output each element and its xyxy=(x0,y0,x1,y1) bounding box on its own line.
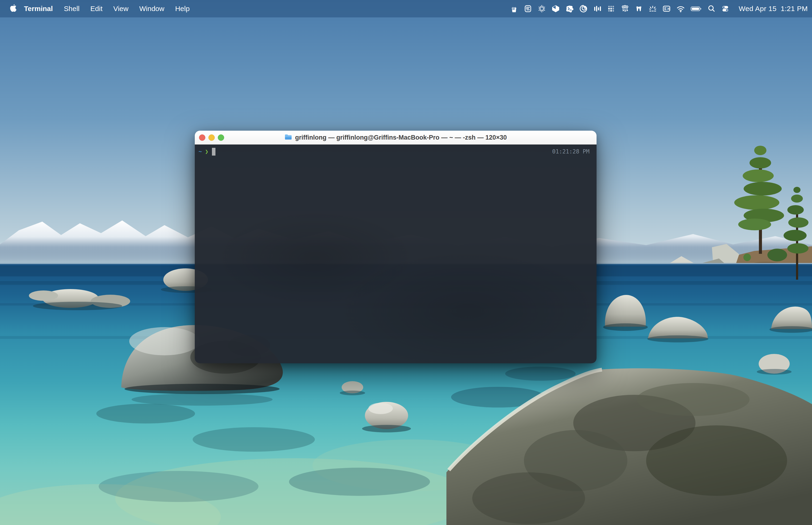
folder-icon xyxy=(285,134,292,141)
menu-shell[interactable]: Shell xyxy=(59,5,85,13)
window-title-group: griffinlong — griffinlong@Griffins-MacBo… xyxy=(285,134,507,141)
wake-rays-icon[interactable] xyxy=(648,0,657,17)
apple-icon xyxy=(10,4,17,14)
menu-bar: Terminal Shell Edit View Window Help xyxy=(0,0,812,17)
prompt-symbol: ❯ xyxy=(205,148,208,155)
notes-icon[interactable] xyxy=(524,0,532,17)
starburst-icon[interactable] xyxy=(538,0,546,17)
llama-icon[interactable] xyxy=(510,0,518,17)
svg-text:⌘: ⌘ xyxy=(667,7,670,11)
search-icon[interactable] xyxy=(707,0,716,17)
shortcuts-panel-icon[interactable]: ⌘ xyxy=(662,0,671,17)
menu-edit[interactable]: Edit xyxy=(85,5,108,13)
terminal-blob-icon[interactable] xyxy=(565,0,574,17)
apple-menu[interactable] xyxy=(9,4,18,14)
window-controls xyxy=(199,131,224,144)
zoom-button[interactable] xyxy=(218,134,224,141)
bar-chart-icon[interactable] xyxy=(593,0,601,17)
menu-window[interactable]: Window xyxy=(134,5,170,13)
keys-icon[interactable] xyxy=(621,0,629,17)
menu-bar-status-area: ⌘ xyxy=(510,0,808,17)
terminal-content[interactable]: ~ ❯ 01:21:28 PM xyxy=(195,145,597,363)
app-menu-terminal[interactable]: Terminal xyxy=(18,5,59,13)
terminal-cursor xyxy=(212,148,215,155)
right-prompt-time: 01:21:28 PM xyxy=(552,148,589,155)
menu-bar-clock[interactable]: Wed Apr 15 1:21 PM xyxy=(739,5,808,13)
menu-bar-left: Terminal Shell Edit View Window Help xyxy=(9,4,195,14)
minimize-button[interactable] xyxy=(209,134,215,141)
terminal-title-bar[interactable]: griffinlong — griffinlong@Griffins-MacBo… xyxy=(195,131,597,145)
spiral-icon[interactable] xyxy=(579,0,588,17)
window-title: griffinlong — griffinlong@Griffins-MacBo… xyxy=(295,134,507,141)
battery-icon[interactable] xyxy=(691,0,702,17)
close-button[interactable] xyxy=(199,134,205,141)
dots-grid-icon[interactable] xyxy=(607,0,615,17)
airpods-icon[interactable] xyxy=(634,0,643,17)
wifi-icon[interactable] xyxy=(676,0,685,17)
cube-icon[interactable] xyxy=(551,0,560,17)
prompt-row: ~ ❯ 01:21:28 PM xyxy=(195,145,597,155)
terminal-window: griffinlong — griffinlong@Griffins-MacBo… xyxy=(195,131,597,363)
menu-help[interactable]: Help xyxy=(170,5,195,13)
prompt-cwd: ~ xyxy=(199,148,202,155)
control-center-icon[interactable] xyxy=(721,0,730,17)
menu-view[interactable]: View xyxy=(108,5,134,13)
